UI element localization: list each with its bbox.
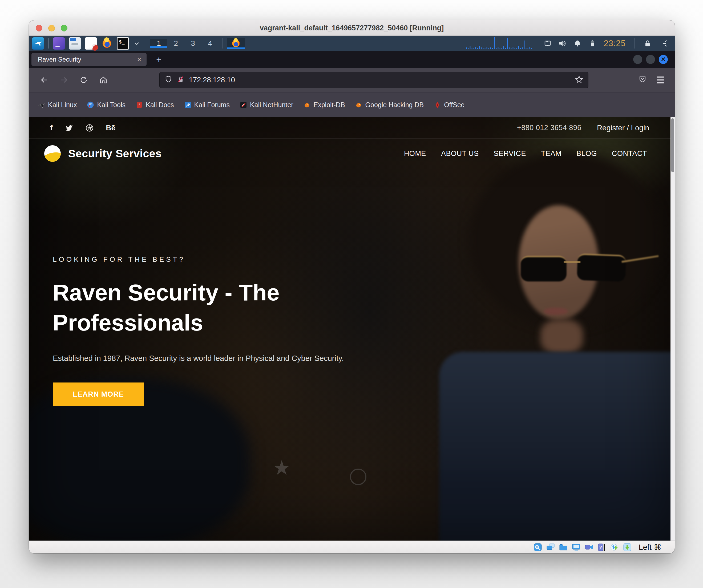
hero-title: Raven Security - The Professionals [53,278,378,338]
kali-docs-icon [136,101,143,108]
workspace-1[interactable]: 1 [150,39,167,48]
nav-service[interactable]: SERVICE [493,150,526,158]
close-tab-icon[interactable]: × [136,56,142,64]
firefox-launcher-icon[interactable] [101,37,113,50]
usb-download-status-icon[interactable] [623,543,632,552]
panel-separator [634,39,635,49]
show-desktop-icon[interactable] [53,37,65,50]
twitter-icon[interactable] [65,124,73,132]
panel-left-group: $_ 1 2 3 4 [29,36,245,51]
site-header: Security Services HOME ABOUT US SERVICE … [29,139,671,168]
panel-separator [223,39,223,49]
menu-hamburger-icon[interactable] [655,75,666,85]
nav-about-us[interactable]: ABOUT US [441,150,479,158]
home-button[interactable] [96,73,111,87]
tab-raven-security[interactable]: Raven Security × [31,53,147,66]
bookmark-star-icon[interactable] [575,75,583,85]
webcam-status-icon[interactable] [584,543,594,552]
page-scrollbar-thumb[interactable] [671,118,674,172]
tab-bar: Raven Security × + ✕ [29,51,675,68]
text-editor-icon[interactable] [85,37,97,50]
tracking-shield-icon[interactable] [164,75,172,84]
volume-icon[interactable] [556,37,569,50]
site-brand[interactable]: Security Services [68,147,161,160]
bookmark-google-hacking-db[interactable]: Google Hacking DB [355,101,424,109]
dribbble-icon[interactable] [86,124,93,132]
behance-icon[interactable]: Bē [106,124,115,132]
cpu-activity-graph[interactable] [466,34,535,51]
nav-home[interactable]: HOME [404,150,426,158]
vm-titlebar: vagrant-kali_default_1649657277982_50460… [29,20,675,36]
panel-clock[interactable]: 23:25 [601,39,628,48]
bookmark-kali-forums[interactable]: Kali Forums [184,101,230,109]
hard-disk-status-icon[interactable] [533,543,542,552]
url-bar[interactable]: 172.28.128.10 [159,72,589,88]
new-tab-button[interactable]: + [154,54,164,65]
nav-team[interactable]: TEAM [541,150,561,158]
facebook-icon[interactable]: f [50,124,53,132]
tab-title: Raven Security [38,56,136,63]
learn-more-button[interactable]: LEARN MORE [53,382,144,406]
workspace-2[interactable]: 2 [167,39,184,48]
network-adapter-status-icon[interactable] [610,543,619,552]
file-manager-icon[interactable] [69,37,81,50]
battery-icon[interactable] [586,37,599,50]
displays-status-icon[interactable] [546,543,555,552]
terminal-icon[interactable]: $_ [117,37,129,50]
bookmark-exploit-db[interactable]: Exploit-DB [304,101,345,109]
phone-number[interactable]: +880 012 3654 896 [517,124,581,132]
bookmark-kali-tools[interactable]: Kali Tools [87,101,126,109]
nav-contact[interactable]: CONTACT [612,150,647,158]
site-logo-icon[interactable] [44,145,61,162]
vbox-status-bar: V Left ⌘ [29,540,675,554]
browser-close-button[interactable]: ✕ [659,55,668,64]
exploit-db-icon [304,101,311,108]
taskbar-firefox-window[interactable] [227,38,245,49]
notifications-bell-icon[interactable] [571,37,584,50]
bookmark-kali-linux[interactable]: Kali Linux [38,101,77,109]
bookmark-kali-docs[interactable]: Kali Docs [136,101,174,109]
google-hacking-db-icon [355,101,363,108]
kali-tools-icon [87,101,94,108]
virtualbox-vm-window: vagrant-kali_default_1649657277982_50460… [29,20,675,554]
svg-text:V: V [599,545,602,549]
page-viewport: ★ f Bē +880 012 3654 89 [29,117,675,540]
reload-button[interactable] [76,73,91,87]
desktop-background: vagrant-kali_default_1649657277982_50460… [0,0,703,588]
bookmark-offsec[interactable]: OffSec [434,101,464,109]
site-nav: HOME ABOUT US SERVICE TEAM BLOG CONTACT [404,150,647,158]
hero-eyebrow: LOOKING FOR THE BEST? [53,255,426,264]
navigation-toolbar: 172.28.128.10 [29,68,675,92]
workspace-switcher: 1 2 3 4 [150,39,219,48]
kali-linux-icon [38,101,45,108]
cpu-status-icon[interactable]: V [597,543,606,552]
url-text[interactable]: 172.28.128.10 [189,76,570,84]
kali-menu-icon[interactable] [32,37,44,50]
hero-section: LOOKING FOR THE BEST? Raven Security - T… [53,255,426,406]
shared-folder-status-icon[interactable] [559,543,568,552]
chevron-down-icon[interactable] [133,40,141,47]
back-button[interactable] [37,73,52,87]
display-status-icon[interactable] [572,543,581,552]
pocket-icon[interactable] [638,75,647,85]
insecure-lock-icon[interactable] [177,75,185,84]
bookmark-kali-nethunter[interactable]: Kali NetHunter [240,101,293,109]
workspace-3[interactable]: 3 [184,39,202,48]
register-login-link[interactable]: Register / Login [597,124,649,132]
workspace-4[interactable]: 4 [202,39,219,48]
vm-window-title: vagrant-kali_default_1649657277982_50460… [29,20,675,36]
lock-screen-icon[interactable] [641,37,654,50]
host-key-indicator: Left ⌘ [639,543,661,552]
toolbar-right-group [638,75,666,85]
browser-minimize-button[interactable] [633,55,642,64]
site-topbar: f Bē +880 012 3654 896 Register / Login [29,117,671,139]
firefox-icon [231,38,241,49]
system-tray: 23:25 [541,36,675,51]
log-out-icon[interactable] [656,37,669,50]
panel-separator [146,39,146,49]
kali-nethunter-icon [240,101,247,108]
forward-button[interactable] [57,73,71,87]
nav-blog[interactable]: BLOG [576,150,597,158]
network-icon[interactable] [541,37,554,50]
browser-maximize-button[interactable] [646,55,655,64]
